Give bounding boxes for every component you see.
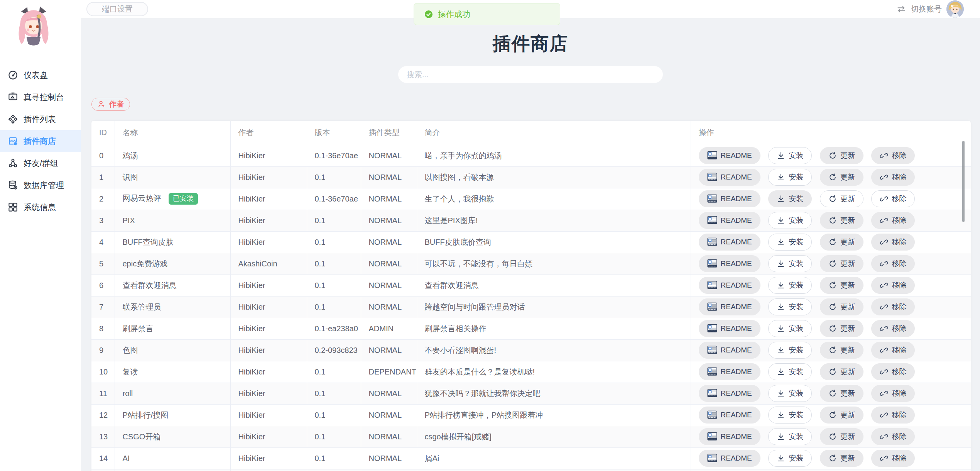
cell-empty xyxy=(230,469,307,471)
port-settings-button[interactable]: 端口设置 xyxy=(86,2,148,16)
sidebar-item-friends-groups[interactable]: 好友/群组 xyxy=(0,152,81,174)
install-button[interactable]: 安装 xyxy=(768,298,812,315)
install-button[interactable]: 安装 xyxy=(768,363,812,380)
sidebar-item-dashboard[interactable]: 仪表盘 xyxy=(0,64,81,86)
install-button[interactable]: 安装 xyxy=(768,212,812,229)
cell-id: 1 xyxy=(91,166,115,188)
readme-doc-icon xyxy=(707,172,717,182)
switch-account-label: 切换账号 xyxy=(911,4,942,14)
install-label: 安装 xyxy=(789,302,803,312)
update-button[interactable]: 更新 xyxy=(820,190,863,207)
sidebar-item-plugin-store[interactable]: 插件商店 xyxy=(0,130,81,152)
sidebar-item-console[interactable]: 真寻控制台 xyxy=(0,86,81,108)
install-button[interactable]: 安装 xyxy=(768,428,812,445)
readme-label: README xyxy=(721,281,752,290)
readme-button[interactable]: README xyxy=(699,407,760,424)
sidebar-item-plugin-list[interactable]: 插件列表 xyxy=(0,108,81,130)
cell-version: 0.1 xyxy=(307,166,361,188)
install-button[interactable]: 安装 xyxy=(768,277,812,294)
readme-button[interactable]: README xyxy=(699,169,760,186)
remove-button[interactable]: 移除 xyxy=(871,320,915,337)
remove-button[interactable]: 移除 xyxy=(871,212,915,229)
install-button[interactable]: 安装 xyxy=(768,450,812,467)
cell-actions: README 安装 更新 移除 xyxy=(691,361,971,383)
download-icon xyxy=(777,216,785,225)
readme-button[interactable]: README xyxy=(699,385,760,402)
remove-button[interactable]: 移除 xyxy=(871,385,915,402)
account-switcher[interactable]: 切换账号 xyxy=(896,0,980,18)
install-button[interactable]: 安装 xyxy=(768,407,812,424)
plugin-name: AI xyxy=(123,454,130,463)
readme-button[interactable]: README xyxy=(699,234,760,251)
remove-button[interactable]: 移除 xyxy=(871,428,915,445)
remove-button[interactable]: 移除 xyxy=(871,407,915,424)
install-label: 安装 xyxy=(789,215,803,225)
install-button[interactable]: 安装 xyxy=(768,255,812,272)
remove-label: 移除 xyxy=(892,151,906,161)
remove-button[interactable]: 移除 xyxy=(871,363,915,380)
update-button[interactable]: 更新 xyxy=(820,342,863,359)
update-button[interactable]: 更新 xyxy=(820,277,863,294)
cell-desc: 跨越空间与时间跟管理员对话 xyxy=(417,296,691,318)
install-button[interactable]: 安装 xyxy=(768,169,812,186)
readme-button[interactable]: README xyxy=(699,298,760,315)
install-button[interactable]: 安装 xyxy=(768,234,812,251)
table-scrollbar-thumb[interactable] xyxy=(962,141,965,222)
table-row: 6 查看群欢迎消息 HibiKier 0.1 NORMAL 查看群欢迎消息 RE… xyxy=(91,274,971,296)
remove-button[interactable]: 移除 xyxy=(871,190,915,207)
remove-button[interactable]: 移除 xyxy=(871,342,915,359)
refresh-icon xyxy=(828,411,837,419)
update-button[interactable]: 更新 xyxy=(820,298,863,315)
readme-button[interactable]: README xyxy=(699,320,760,337)
update-button[interactable]: 更新 xyxy=(820,385,863,402)
author-filter-label: 作者 xyxy=(109,99,124,109)
sidebar-item-system-info[interactable]: 系统信息 xyxy=(0,196,81,218)
cell-desc: BUFF皮肤底价查询 xyxy=(417,231,691,253)
refresh-icon xyxy=(828,281,837,290)
remove-button[interactable]: 移除 xyxy=(871,147,915,164)
install-button[interactable]: 安装 xyxy=(768,385,812,402)
search-input[interactable] xyxy=(398,66,663,83)
author-filter-chip[interactable]: 作者 xyxy=(91,98,130,111)
remove-button[interactable]: 移除 xyxy=(871,277,915,294)
remove-button[interactable]: 移除 xyxy=(871,169,915,186)
app-logo xyxy=(10,3,57,50)
gauge-icon xyxy=(8,70,18,80)
update-label: 更新 xyxy=(840,453,855,463)
readme-button[interactable]: README xyxy=(699,255,760,272)
install-button[interactable]: 安装 xyxy=(768,342,812,359)
sidebar-item-label: 插件列表 xyxy=(24,114,56,125)
readme-button[interactable]: README xyxy=(699,190,760,207)
readme-button[interactable]: README xyxy=(699,147,760,164)
readme-button[interactable]: README xyxy=(699,363,760,380)
update-button[interactable]: 更新 xyxy=(820,234,863,251)
readme-button[interactable]: README xyxy=(699,450,760,467)
readme-button[interactable]: README xyxy=(699,212,760,229)
cell-type: NORMAL xyxy=(361,383,417,404)
install-button[interactable]: 安装 xyxy=(768,190,812,207)
readme-button[interactable]: README xyxy=(699,277,760,294)
update-button[interactable]: 更新 xyxy=(820,428,863,445)
plugin-name: 鸡汤 xyxy=(123,151,138,160)
remove-button[interactable]: 移除 xyxy=(871,234,915,251)
update-button[interactable]: 更新 xyxy=(820,147,863,164)
update-button[interactable]: 更新 xyxy=(820,407,863,424)
user-avatar[interactable] xyxy=(946,0,964,18)
install-button[interactable]: 安装 xyxy=(768,320,812,337)
remove-button[interactable]: 移除 xyxy=(871,450,915,467)
remove-button[interactable]: 移除 xyxy=(871,255,915,272)
plugin-name: 网易云热评 xyxy=(123,194,161,202)
update-button[interactable]: 更新 xyxy=(820,255,863,272)
readme-button[interactable]: README xyxy=(699,428,760,445)
sidebar-item-database[interactable]: 数据库管理 xyxy=(0,174,81,196)
update-button[interactable]: 更新 xyxy=(820,320,863,337)
readme-button[interactable]: README xyxy=(699,342,760,359)
update-button[interactable]: 更新 xyxy=(820,212,863,229)
update-button[interactable]: 更新 xyxy=(820,363,863,380)
remove-button[interactable]: 移除 xyxy=(871,298,915,315)
update-button[interactable]: 更新 xyxy=(820,450,863,467)
update-button[interactable]: 更新 xyxy=(820,169,863,186)
cell-version: 0.1-36e70ae xyxy=(307,145,361,166)
download-icon xyxy=(777,324,785,333)
install-button[interactable]: 安装 xyxy=(768,147,812,164)
